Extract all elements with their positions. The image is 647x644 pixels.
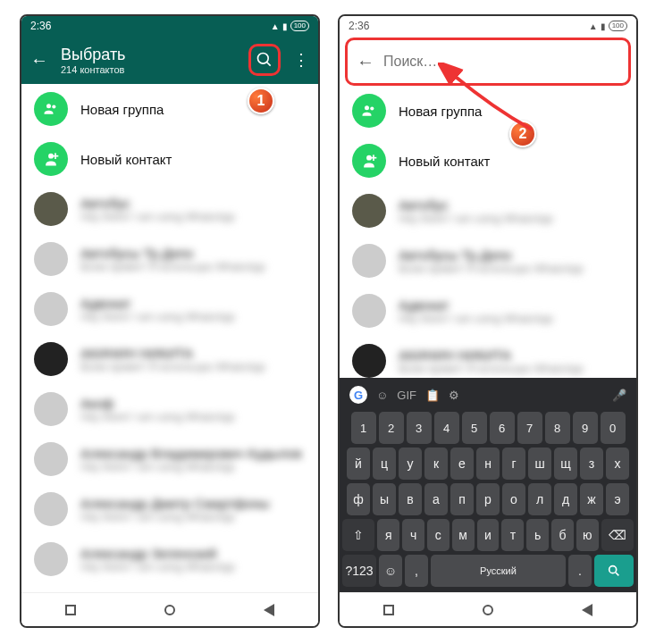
- backspace-key[interactable]: ⌫: [601, 519, 634, 551]
- key[interactable]: 2: [379, 412, 404, 444]
- status-bar: 2:36 ▲ ▮ 100: [340, 16, 636, 36]
- search-button[interactable]: [248, 44, 281, 76]
- keyboard-row-3: ⇧ ячсмитьбю ⌫: [342, 519, 634, 551]
- key[interactable]: р: [476, 483, 500, 515]
- key[interactable]: 8: [545, 412, 570, 444]
- key[interactable]: а: [424, 483, 448, 515]
- key[interactable]: у: [399, 447, 422, 480]
- list-item[interactable]: АвтобусHey there! I am using WhatsApp: [340, 186, 636, 236]
- key[interactable]: 0: [601, 412, 626, 444]
- key[interactable]: н: [476, 447, 500, 480]
- key[interactable]: й: [347, 447, 370, 480]
- key[interactable]: ю: [576, 519, 599, 551]
- clipboard-icon[interactable]: 📋: [425, 389, 440, 402]
- key[interactable]: м: [452, 519, 475, 551]
- key[interactable]: ц: [373, 447, 396, 480]
- group-icon: [352, 94, 386, 128]
- key[interactable]: я: [377, 519, 399, 551]
- key[interactable]: ш: [528, 447, 551, 480]
- nav-back-icon[interactable]: [264, 604, 274, 616]
- key[interactable]: 5: [462, 412, 487, 444]
- key[interactable]: и: [477, 519, 500, 551]
- nav-recent-icon[interactable]: [65, 605, 76, 615]
- key[interactable]: д: [554, 483, 577, 515]
- key[interactable]: ж: [580, 483, 603, 515]
- back-arrow-icon[interactable]: ←: [30, 50, 48, 71]
- google-icon[interactable]: G: [349, 386, 367, 404]
- settings-icon[interactable]: ⚙: [449, 389, 459, 402]
- list-item[interactable]: Александр ЗеленскийHey there! I am using…: [21, 534, 318, 584]
- key[interactable]: к: [424, 447, 448, 480]
- list-item[interactable]: АдвокатHey there! I am using WhatsApp: [21, 284, 318, 334]
- avatar: [34, 492, 68, 526]
- spacebar-key[interactable]: Русский: [431, 555, 566, 587]
- avatar: [352, 194, 386, 228]
- avatar: [34, 242, 68, 276]
- emoji-key[interactable]: ☺: [379, 555, 402, 587]
- add-contact-icon: [34, 142, 68, 176]
- key[interactable]: л: [528, 483, 551, 515]
- key[interactable]: 4: [434, 412, 459, 444]
- key[interactable]: ч: [402, 519, 424, 551]
- annotation-arrow: [438, 63, 590, 143]
- new-group-row[interactable]: Новая группа: [21, 84, 318, 134]
- symbols-key[interactable]: ?123: [342, 555, 376, 587]
- header-title: Выбрать: [61, 46, 236, 64]
- status-time: 2:36: [30, 20, 51, 32]
- comma-key[interactable]: ,: [405, 555, 428, 587]
- key[interactable]: э: [606, 483, 629, 515]
- list-item[interactable]: АдвокатHey there! I am using WhatsApp: [340, 286, 636, 336]
- nav-home-icon[interactable]: [483, 605, 493, 615]
- key[interactable]: г: [502, 447, 525, 480]
- wifi-icon: ▲: [589, 21, 598, 31]
- contact-list[interactable]: Новая группа Новый контакт АвтобусHey th…: [21, 84, 318, 584]
- svg-line-1: [267, 63, 271, 66]
- key[interactable]: х: [606, 447, 629, 480]
- back-arrow-icon[interactable]: ←: [357, 52, 374, 72]
- key[interactable]: щ: [554, 447, 577, 480]
- new-contact-row[interactable]: Новый контакт: [340, 136, 636, 186]
- new-contact-row[interactable]: Новый контакт: [21, 134, 318, 184]
- list-item[interactable]: Автобусы Тр.ДепоВсем привет! Я использую…: [340, 236, 636, 286]
- on-screen-keyboard[interactable]: G ☺ GIF 📋 ⚙ 🎤 1234567890 йцукенгшщзх фыв…: [340, 378, 636, 592]
- more-options-icon[interactable]: ⋮: [293, 50, 309, 70]
- key[interactable]: 9: [573, 412, 598, 444]
- list-item[interactable]: Александр Дмитр СмартфоныHey there! I am…: [21, 484, 318, 534]
- list-item[interactable]: АКИНИН НИКИТАВсем привет! Я использую Wh…: [21, 334, 318, 384]
- list-item[interactable]: АкофHey there! I am using WhatsApp: [21, 384, 318, 434]
- key[interactable]: 7: [517, 412, 542, 444]
- period-key[interactable]: .: [568, 555, 592, 587]
- key[interactable]: с: [427, 519, 450, 551]
- android-nav-bar: [21, 592, 318, 626]
- gif-button[interactable]: GIF: [397, 389, 416, 402]
- key[interactable]: 1: [351, 412, 376, 444]
- shift-key[interactable]: ⇧: [342, 519, 374, 551]
- key[interactable]: в: [399, 483, 422, 515]
- status-icons: ▲ ▮ 100: [589, 21, 627, 31]
- nav-home-icon[interactable]: [164, 605, 175, 615]
- sticker-icon[interactable]: ☺: [376, 389, 388, 402]
- keyboard-row-1: йцукенгшщзх: [342, 447, 634, 480]
- avatar: [34, 442, 68, 476]
- key[interactable]: т: [501, 519, 524, 551]
- key[interactable]: ы: [373, 483, 396, 515]
- key[interactable]: о: [502, 483, 525, 515]
- key[interactable]: ф: [347, 483, 370, 515]
- key[interactable]: з: [580, 447, 603, 480]
- list-item[interactable]: Автобусы Тр.ДепоВсем привет! Я использую…: [21, 234, 318, 284]
- key[interactable]: п: [450, 483, 474, 515]
- avatar: [34, 342, 68, 376]
- list-item[interactable]: АвтобусHey there! I am using WhatsApp: [21, 184, 318, 234]
- nav-recent-icon[interactable]: [383, 605, 394, 615]
- key[interactable]: 6: [490, 412, 515, 444]
- keyboard-search-key[interactable]: [594, 555, 634, 587]
- mic-icon[interactable]: 🎤: [612, 389, 626, 402]
- key[interactable]: б: [551, 519, 574, 551]
- svg-line-13: [616, 573, 618, 575]
- list-item[interactable]: Александр Владимирович КудыловHey there!…: [21, 434, 318, 484]
- key[interactable]: 3: [407, 412, 432, 444]
- nav-back-icon[interactable]: [582, 604, 592, 616]
- key[interactable]: ь: [526, 519, 549, 551]
- key[interactable]: е: [450, 447, 474, 480]
- app-header: ← Выбрать 214 контактов ⋮: [21, 36, 318, 84]
